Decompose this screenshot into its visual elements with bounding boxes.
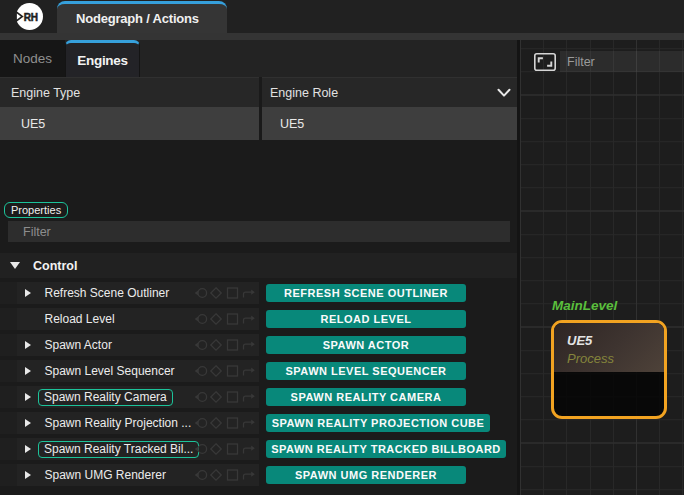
action-row: Spawn Level Sequencer SPAWN LEVEL SEQUEN…	[0, 360, 517, 382]
column-header-engine-type[interactable]: Engine Type	[11, 78, 80, 107]
action-button[interactable]: SPAWN REALITY PROJECTION CUBE	[266, 414, 490, 432]
action-name-cell[interactable]: Spawn UMG Renderer	[17, 464, 259, 486]
action-button[interactable]: SPAWN REALITY TRACKED BILLBOARD	[266, 440, 506, 458]
action-name-cell[interactable]: Reload Level	[17, 308, 259, 330]
redo-arrow-head	[251, 446, 255, 451]
action-button[interactable]: RELOAD LEVEL	[266, 310, 466, 328]
collapse-caret-icon[interactable]	[10, 262, 20, 269]
column-header-engine-role[interactable]: Engine Role	[270, 78, 338, 107]
action-label: Spawn Actor	[45, 334, 112, 356]
diamond-icon	[211, 366, 221, 376]
keyframe-icon-circle	[198, 445, 207, 454]
action-button[interactable]: SPAWN LEVEL SEQUENCER	[266, 362, 466, 380]
action-value-cell: SPAWN LEVEL SEQUENCER	[262, 360, 517, 382]
nodegraph-filter-input[interactable]: Filter	[560, 51, 684, 72]
top-bar: RH Nodegraph / Actions	[0, 0, 684, 33]
redo-arrow-head	[251, 394, 255, 399]
redo-arrow-head	[251, 342, 255, 347]
reality-hub-logo-icon[interactable]: RH	[16, 3, 43, 30]
property-flag-icons	[193, 286, 257, 300]
redo-arrow-icon	[244, 370, 253, 375]
properties-chip-label: Properties	[11, 204, 61, 216]
keyframe-icon-circle	[198, 289, 207, 298]
property-flag-icons	[193, 390, 257, 404]
svg-text:RH: RH	[24, 12, 38, 23]
tree-group-label: Control	[33, 259, 77, 273]
nodegraph-grid	[520, 40, 684, 495]
expand-caret-icon[interactable]	[25, 445, 31, 453]
action-name-cell[interactable]: Spawn Actor	[17, 334, 259, 356]
row-gutter	[0, 308, 18, 330]
action-label: Spawn Level Sequencer	[45, 360, 175, 382]
action-label: Refresh Scene Outliner	[45, 282, 170, 304]
expand-caret-icon[interactable]	[25, 341, 31, 349]
action-row: Spawn Reality Camera SPAWN REALITY CAMER…	[0, 386, 517, 408]
action-name-cell[interactable]: Spawn Reality Tracked Bil...	[17, 438, 259, 460]
square-icon	[228, 418, 238, 428]
action-name-cell[interactable]: Spawn Reality Projection ...	[17, 412, 259, 434]
properties-chip[interactable]: Properties	[4, 202, 68, 218]
redo-arrow-head	[251, 290, 255, 295]
redo-arrow-head	[251, 472, 255, 477]
action-button[interactable]: SPAWN UMG RENDERER	[266, 466, 466, 484]
property-flag-icons	[193, 312, 257, 326]
property-flag-icons	[193, 364, 257, 378]
action-name-cell[interactable]: Spawn Reality Camera	[17, 386, 259, 408]
action-value-cell: RELOAD LEVEL	[262, 308, 517, 330]
engine-role-value: UE5	[280, 107, 304, 140]
tab-content-band	[0, 33, 684, 40]
diamond-icon	[211, 444, 221, 454]
tree-group-control[interactable]: Control	[0, 253, 517, 278]
expand-caret-icon[interactable]	[25, 419, 31, 427]
action-label: Spawn UMG Renderer	[45, 464, 166, 486]
tab-nodes-label: Nodes	[13, 51, 52, 66]
expand-caret-icon[interactable]	[25, 367, 31, 375]
row-gutter	[0, 334, 18, 356]
action-label: Reload Level	[45, 308, 115, 330]
expand-caret-icon[interactable]	[25, 393, 31, 401]
redo-arrow-icon	[244, 448, 253, 453]
action-name-cell[interactable]: Refresh Scene Outliner	[17, 282, 259, 304]
action-value-cell: SPAWN REALITY CAMERA	[262, 386, 517, 408]
redo-arrow-head	[251, 316, 255, 321]
action-button[interactable]: REFRESH SCENE OUTLINER	[266, 284, 466, 302]
row-gutter	[0, 438, 18, 460]
ue5-process-node[interactable]: UE5 Process	[551, 320, 667, 419]
tab-engines-label: Engines	[77, 53, 127, 68]
diamond-icon	[211, 392, 221, 402]
keyframe-icon-circle	[198, 315, 207, 324]
expand-caret-icon[interactable]	[25, 471, 31, 479]
action-label: Spawn Reality Tracked Bil...	[38, 441, 199, 458]
row-gutter	[0, 386, 18, 408]
properties-filter-input[interactable]: Filter	[8, 221, 510, 242]
property-flag-icons	[193, 468, 257, 482]
redo-arrow-head	[251, 368, 255, 373]
column-divider[interactable]	[259, 77, 262, 140]
tab-nodes[interactable]: Nodes	[0, 40, 65, 77]
node-subtitle: Process	[567, 351, 614, 366]
action-value-cell: SPAWN REALITY TRACKED BILLBOARD	[262, 438, 517, 460]
square-icon	[228, 470, 238, 480]
diamond-icon	[211, 314, 221, 324]
square-icon	[228, 314, 238, 324]
tab-engines[interactable]: Engines	[65, 40, 140, 77]
chevron-down-icon[interactable]	[497, 88, 511, 98]
tab-nodegraph-actions[interactable]: Nodegraph / Actions	[57, 1, 227, 33]
node-group-label: MainLevel	[552, 298, 617, 313]
fit-view-icon[interactable]	[534, 53, 556, 71]
diamond-icon	[211, 340, 221, 350]
square-icon	[228, 288, 238, 298]
redo-arrow-icon	[244, 422, 253, 427]
expand-caret-icon[interactable]	[25, 289, 31, 297]
panel-tabs-row: Nodes Engines	[0, 40, 517, 77]
action-button[interactable]: SPAWN REALITY CAMERA	[266, 388, 466, 406]
diamond-icon	[211, 288, 221, 298]
keyframe-icon-circle	[198, 367, 207, 376]
nodegraph-filter-placeholder: Filter	[567, 55, 595, 69]
actions-panel: Nodes Engines Engine Type Engine Role UE…	[0, 40, 517, 495]
reality-hub-window: RH Nodegraph / Actions Nodes Engines Eng…	[0, 0, 684, 495]
action-button[interactable]: SPAWN ACTOR	[266, 336, 466, 354]
keyframe-icon-circle	[198, 419, 207, 428]
action-name-cell[interactable]: Spawn Level Sequencer	[17, 360, 259, 382]
nodegraph-canvas[interactable]: Filter MainLevel UE5 Process	[520, 40, 684, 495]
